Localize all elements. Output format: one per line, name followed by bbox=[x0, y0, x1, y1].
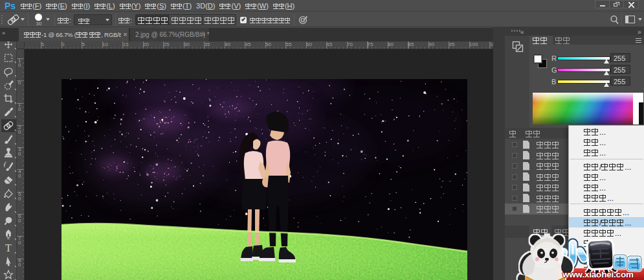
svg-text:T: T bbox=[5, 242, 12, 253]
